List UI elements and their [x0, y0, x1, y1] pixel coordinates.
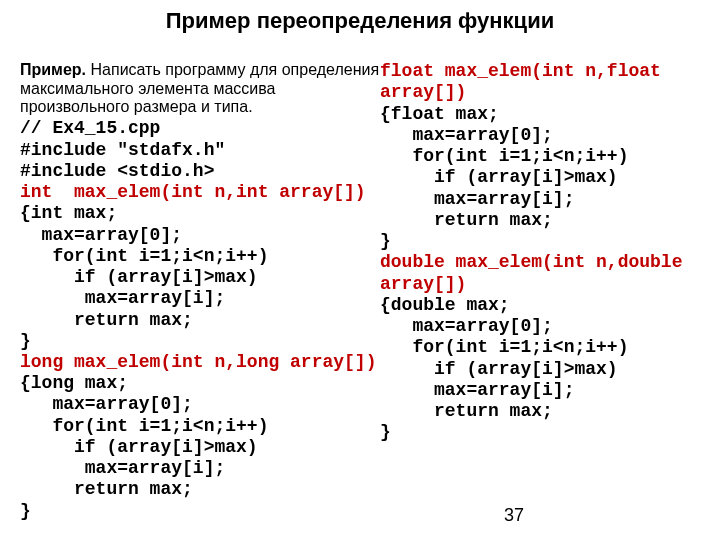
code-line: return max;	[20, 479, 193, 499]
code-line: max=array[0];	[20, 225, 182, 245]
right-column: float max_elem(int n,float array[]) {flo…	[380, 40, 704, 522]
page-number: 37	[504, 505, 524, 526]
code-line-signature: long max_elem(int n,long array[])	[20, 352, 376, 372]
code-line: for(int i=1;i<n;i++)	[380, 146, 628, 166]
code-line: if (array[i]>max)	[380, 359, 618, 379]
example-intro: Пример. Написать программу для определен…	[20, 61, 380, 116]
code-line: {int max;	[20, 203, 117, 223]
code-line-signature: array[])	[380, 82, 466, 102]
code-line: for(int i=1;i<n;i++)	[20, 246, 268, 266]
left-column: Пример. Написать программу для определен…	[20, 40, 380, 522]
page-title: Пример переопределения функции	[0, 0, 720, 40]
code-line: return max;	[20, 310, 193, 330]
code-line: max=array[0];	[380, 125, 553, 145]
example-label: Пример.	[20, 61, 86, 78]
code-line: max=array[i];	[380, 380, 574, 400]
code-line: }	[20, 501, 31, 521]
code-line: max=array[0];	[380, 316, 553, 336]
code-line: // Ex4_15.cpp	[20, 118, 160, 138]
code-line: max=array[i];	[20, 288, 225, 308]
code-line-signature: float max_elem(int n,float	[380, 61, 661, 81]
code-line: }	[380, 231, 391, 251]
code-line: if (array[i]>max)	[20, 267, 258, 287]
code-line-signature: double max_elem(int n,double	[380, 252, 682, 272]
code-line: for(int i=1;i<n;i++)	[20, 416, 268, 436]
content-columns: Пример. Написать программу для определен…	[0, 40, 720, 522]
code-line: }	[380, 422, 391, 442]
code-line: {float max;	[380, 104, 499, 124]
code-line-signature: array[])	[380, 274, 466, 294]
code-line: }	[20, 331, 31, 351]
code-line: if (array[i]>max)	[380, 167, 618, 187]
code-line: return max;	[380, 210, 553, 230]
code-line: #include <stdio.h>	[20, 161, 214, 181]
code-line: return max;	[380, 401, 553, 421]
code-line-signature: int max_elem(int n,int array[])	[20, 182, 366, 202]
code-line: #include "stdafx.h"	[20, 140, 225, 160]
code-line: if (array[i]>max)	[20, 437, 258, 457]
code-line: max=array[i];	[20, 458, 225, 478]
code-line: max=array[0];	[20, 394, 193, 414]
code-line: {double max;	[380, 295, 510, 315]
code-line: {long max;	[20, 373, 128, 393]
code-line: for(int i=1;i<n;i++)	[380, 337, 628, 357]
code-line: max=array[i];	[380, 189, 574, 209]
